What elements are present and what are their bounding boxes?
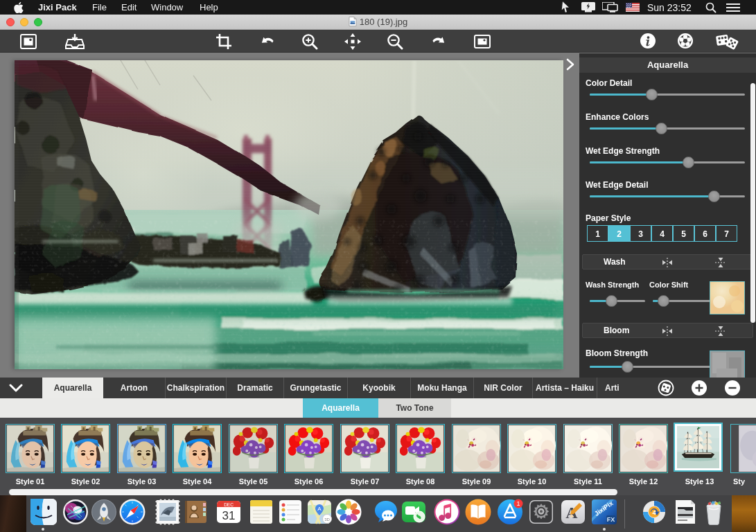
svg-text:4: 4 bbox=[652, 509, 656, 516]
svg-text:FX: FX bbox=[607, 516, 615, 523]
svg-text:1: 1 bbox=[516, 500, 520, 507]
svg-text:3D: 3D bbox=[324, 517, 330, 522]
svg-text:31: 31 bbox=[222, 509, 236, 522]
svg-text:A: A bbox=[317, 506, 322, 512]
svg-text:DEC: DEC bbox=[224, 502, 234, 507]
